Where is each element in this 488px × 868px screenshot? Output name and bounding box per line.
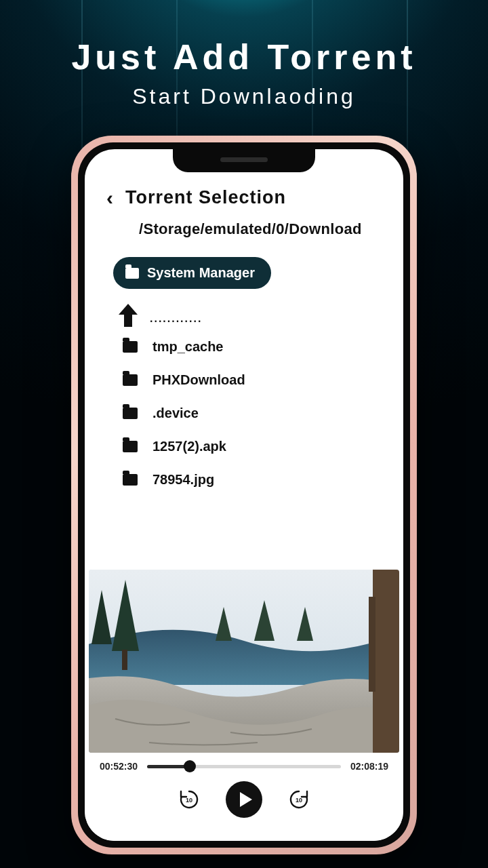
promo-subhead: Start Downlaoding [0, 84, 488, 109]
folder-icon [123, 474, 138, 486]
item-label: 78954.jpg [152, 472, 214, 488]
phone-notch [173, 149, 315, 172]
up-arrow-icon [119, 304, 138, 327]
skip-seconds-label: 10 [296, 797, 302, 804]
svg-rect-2 [373, 570, 399, 753]
rewind-10-button[interactable]: 10 [177, 787, 201, 812]
item-label: PHXDownload [152, 372, 245, 388]
time-bar: 00:52:30 02:08:19 [100, 761, 388, 772]
skip-seconds-label: 10 [186, 797, 192, 804]
svg-rect-3 [369, 597, 375, 692]
folder-icon [123, 341, 138, 353]
app-root: ‹ Torrent Selection /Storage/emulated/0/… [85, 149, 403, 841]
forward-10-button[interactable]: 10 [287, 787, 311, 812]
elapsed-time: 00:52:30 [100, 761, 138, 772]
folder-icon [123, 441, 138, 452]
phone-bezel: ‹ Torrent Selection /Storage/emulated/0/… [78, 142, 410, 848]
item-label: .device [152, 406, 199, 421]
list-item[interactable]: PHXDownload [123, 372, 382, 388]
page-title: Torrent Selection [125, 187, 286, 208]
svg-rect-1 [122, 650, 127, 670]
item-label: tmp_cache [152, 339, 224, 355]
video-panel: 00:52:30 02:08:19 10 [85, 570, 403, 841]
back-button[interactable]: ‹ [106, 188, 113, 208]
folder-icon [123, 374, 138, 386]
list-item[interactable]: .device [123, 406, 382, 421]
file-list: tmp_cache PHXDownload .device 1257(2).ap… [123, 339, 382, 488]
list-item[interactable]: tmp_cache [123, 339, 382, 355]
seek-knob[interactable] [184, 760, 196, 772]
folder-icon [123, 408, 138, 419]
item-label: 1257(2).apk [152, 439, 226, 454]
transport-controls: 10 10 [100, 781, 388, 818]
seek-track[interactable] [147, 765, 341, 768]
list-item[interactable]: 78954.jpg [123, 472, 382, 488]
play-button[interactable] [226, 781, 262, 818]
player-controls: 00:52:30 02:08:19 10 [85, 753, 403, 818]
list-item[interactable]: 1257(2).apk [123, 439, 382, 454]
promo-headline: Just Add Torrent [0, 37, 488, 77]
system-manager-chip[interactable]: System Manager [113, 257, 271, 289]
phone-frame: ‹ Torrent Selection /Storage/emulated/0/… [71, 136, 417, 854]
total-time: 02:08:19 [350, 761, 388, 772]
go-up-label: ............ [150, 313, 202, 325]
go-up-row[interactable]: ............ [119, 304, 382, 327]
phone-screen: ‹ Torrent Selection /Storage/emulated/0/… [85, 149, 403, 841]
chip-label: System Manager [147, 265, 255, 281]
folder-icon [125, 268, 139, 279]
video-thumbnail[interactable] [89, 570, 399, 753]
breadcrumb-path: /Storage/emulated/0/Download [139, 220, 382, 238]
title-bar: ‹ Torrent Selection [106, 187, 382, 208]
